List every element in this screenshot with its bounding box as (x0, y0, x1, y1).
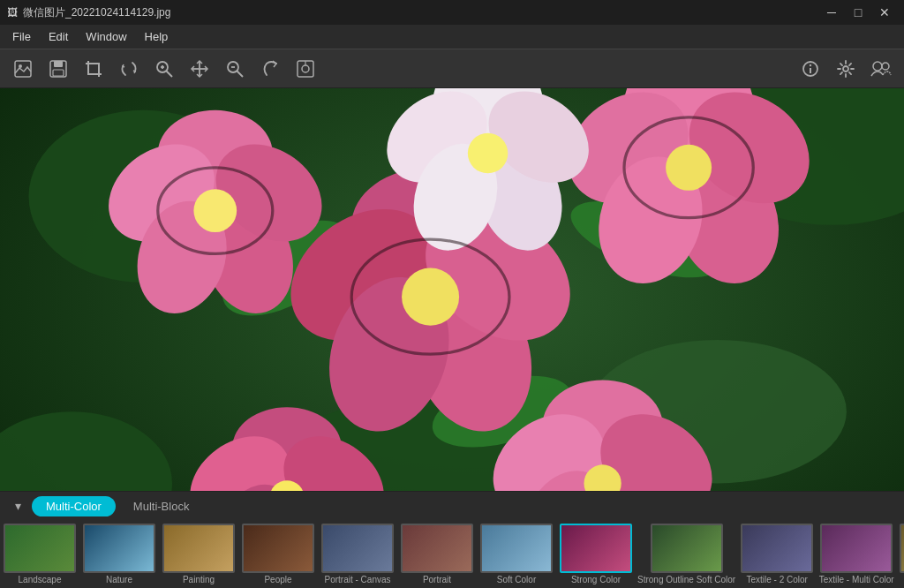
thumbnail-bg (652, 525, 721, 571)
thumbnail-item[interactable]: Strong Outline Soft Color (636, 522, 737, 587)
thumbnail-item[interactable]: Painting (159, 522, 238, 587)
thumbnail-bg (403, 525, 471, 571)
save-tool-button[interactable] (42, 53, 74, 85)
export-tool-button[interactable] (290, 53, 321, 85)
thumbnail-bg (822, 525, 891, 571)
thumbnail-item[interactable]: Textile - Multi Color (817, 522, 896, 587)
thumbnail-image (83, 524, 155, 573)
thumbnail-item[interactable]: Nature (79, 522, 159, 587)
menu-window[interactable]: Window (77, 26, 135, 47)
thumbnail-label: Textile - Multi Color (819, 575, 894, 584)
thumbnail-label: Nature (106, 575, 132, 584)
svg-point-37 (402, 268, 459, 326)
thumbnail-label: Portrait (423, 575, 451, 584)
svg-line-8 (166, 71, 172, 77)
thumbnail-image (560, 524, 632, 573)
thumbnail-item[interactable]: People (238, 522, 318, 587)
thumbnail-image (4, 524, 76, 573)
titlebar-controls: ─ □ ✕ (819, 0, 897, 25)
settings-tool-button[interactable] (830, 53, 862, 85)
titlebar-left: 🖼 微信图片_20221024114129.jpg (7, 5, 170, 20)
image-tool-button[interactable] (7, 53, 39, 85)
svg-point-21 (873, 62, 882, 71)
toolbar-right (795, 53, 897, 85)
thumbnail-bg (164, 525, 233, 571)
svg-rect-3 (54, 61, 63, 67)
thumbnail-image (242, 524, 314, 573)
thumbnail-bg (323, 525, 392, 571)
thumbnail-item[interactable]: Portrait - Canvas (318, 522, 397, 587)
menu-edit[interactable]: Edit (40, 26, 77, 47)
thumbnail-image (162, 524, 235, 573)
svg-point-55 (468, 133, 508, 174)
svg-point-22 (882, 63, 889, 70)
svg-line-13 (237, 71, 243, 77)
thumbnail-label: Strong Outline Soft Color (637, 575, 735, 584)
thumbnail-bg (85, 525, 154, 571)
thumbnail-label: Portrait - Canvas (324, 575, 390, 584)
thumbnail-image (741, 524, 813, 573)
thumbnail-item[interactable]: Soft Color (477, 522, 556, 587)
maximize-button[interactable]: □ (846, 0, 870, 25)
titlebar-title: 微信图片_20221024114129.jpg (23, 5, 170, 20)
thumbnail-label: Painting (183, 575, 215, 584)
tabs-row: ▾ Multi-Color Multi-Block (0, 492, 904, 520)
thumbnail-item[interactable]: Textile - 2 Color (737, 522, 817, 587)
thumbnail-label: People (264, 575, 291, 584)
thumbnails-row: LandscapeNaturePaintingPeoplePortrait - … (0, 520, 904, 588)
thumbnail-item[interactable]: Thin Outline (896, 522, 904, 587)
thumbnail-image (651, 524, 723, 573)
svg-point-43 (193, 189, 237, 232)
menubar: File Edit Window Help (0, 25, 904, 49)
svg-point-49 (666, 145, 712, 191)
svg-point-15 (302, 65, 309, 72)
main-area: ▶ ▾ Multi-Color Multi-Block LandscapeNat… (0, 88, 904, 588)
redo-tool-button[interactable] (254, 53, 286, 85)
thumbnail-bg (5, 525, 74, 571)
minimize-button[interactable]: ─ (819, 0, 844, 25)
thumbnail-bg (561, 525, 630, 571)
toolbar (0, 49, 904, 88)
zoom-out-tool-button[interactable] (219, 53, 251, 85)
menu-file[interactable]: File (4, 26, 40, 47)
titlebar: 🖼 微信图片_20221024114129.jpg ─ □ ✕ (0, 0, 904, 25)
transform-tool-button[interactable] (113, 53, 145, 85)
thumbnail-image (321, 524, 394, 573)
svg-point-19 (810, 64, 811, 65)
thumbnail-item[interactable]: Landscape (0, 522, 79, 587)
tab-multi-block[interactable]: Multi-Block (119, 496, 204, 516)
app-icon: 🖼 (7, 6, 18, 19)
menu-help[interactable]: Help (136, 26, 177, 47)
thumbnail-label: Soft Color (497, 575, 536, 584)
collapse-bottom-button[interactable]: ▾ (7, 495, 28, 516)
thumbnail-bg (244, 525, 313, 571)
svg-rect-4 (53, 70, 64, 76)
thumbnail-label: Landscape (19, 575, 62, 584)
thumbnail-image (401, 524, 473, 573)
zoom-in-tool-button[interactable] (148, 53, 180, 85)
info-tool-button[interactable] (795, 53, 826, 85)
thumbnail-item[interactable]: Strong Color (556, 522, 636, 587)
image-container: ▶ (0, 88, 904, 491)
crop-tool-button[interactable] (78, 53, 109, 85)
faces-tool-button[interactable] (865, 53, 897, 85)
thumbnail-label: Strong Color (571, 575, 621, 584)
thumbnail-image (900, 524, 904, 573)
image-area: ▶ ▾ Multi-Color Multi-Block LandscapeNat… (0, 88, 904, 588)
thumbnail-bg (482, 525, 551, 571)
thumbnail-item[interactable]: Portrait (397, 522, 477, 587)
thumbnail-bg (742, 525, 811, 571)
thumbnail-image (820, 524, 893, 573)
thumbnail-image (480, 524, 553, 573)
thumbnail-label: Textile - 2 Color (746, 575, 807, 584)
tab-multi-color[interactable]: Multi-Color (32, 496, 116, 516)
svg-point-20 (843, 66, 848, 72)
move-tool-button[interactable] (184, 53, 215, 85)
close-button[interactable]: ✕ (872, 0, 897, 25)
bottom-area: ▾ Multi-Color Multi-Block LandscapeNatur… (0, 491, 904, 588)
